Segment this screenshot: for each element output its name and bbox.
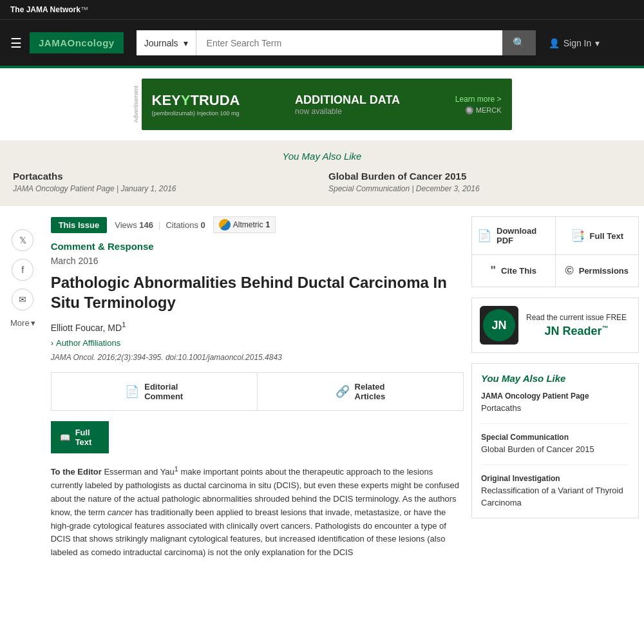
sidebar-item-type: Special Communication <box>481 433 629 442</box>
full-text-icon: 📑 <box>571 229 585 243</box>
you-may-also-like-bar: You May Also Like Portacaths JAMA Oncolo… <box>0 140 644 206</box>
related-articles-icon: 🔗 <box>336 384 350 399</box>
editorial-comment-button[interactable]: 📄 EditorialComment <box>52 373 258 410</box>
jn-logo: JN <box>483 309 515 341</box>
also-like-item[interactable]: Global Burden of Cancer 2015 Special Com… <box>328 171 631 193</box>
article-area: This Issue Views 146 | Citations 0 Altme… <box>43 216 471 560</box>
sidebar-item-title: Reclassification of a Variant of Thyroid… <box>481 485 629 508</box>
jn-read-free-label: Read the current issue FREE <box>526 313 627 322</box>
sidebar-also-like-item[interactable]: JAMA Oncology Patient Page Portacaths <box>481 392 629 424</box>
more-label: More <box>10 318 30 328</box>
article-citation: JAMA Oncol. 2016;2(3):394-395. doi:10.10… <box>51 353 464 362</box>
sidebar-item-title: Global Burden of Cancer 2015 <box>481 444 629 455</box>
sidebar-action-box: 📄 Download PDF 📑 Full Text " Cite This ©… <box>471 216 639 287</box>
cite-permissions-row: " Cite This © Permissions <box>472 255 638 287</box>
full-text-button[interactable]: 📖 Full Text <box>51 421 109 453</box>
ad-merck: 🔘 MERCK <box>465 106 502 115</box>
article-date: March 2016 <box>51 256 464 266</box>
email-share-button[interactable]: ✉ <box>12 289 33 310</box>
body-intro: To the Editor <box>51 467 102 477</box>
social-sidebar: 𝕏 f ✉ More ▾ <box>5 216 43 560</box>
author-affiliations-link[interactable]: › Author Affiliations <box>51 338 464 348</box>
sign-in-label: Sign In <box>564 38 592 48</box>
article-author: Elliott Foucar, MD1 <box>51 320 464 333</box>
ad-main-content: ADDITIONAL DATA now available <box>295 93 400 116</box>
views-count: 146 <box>139 220 153 230</box>
also-like-item-meta: Special Communication | December 3, 2016 <box>328 184 631 193</box>
twitter-icon: 𝕏 <box>19 235 26 245</box>
sidebar-also-like-item[interactable]: Special Communication Global Burden of C… <box>481 433 629 465</box>
full-text-icon: 📖 <box>60 433 70 442</box>
ad-generic-name: (pembrolizumab) Injection 100 mg <box>152 110 240 117</box>
citations-label: Citations 0 <box>166 220 205 230</box>
twitter-share-button[interactable]: 𝕏 <box>12 229 33 251</box>
chevron-down-icon: ▾ <box>184 38 188 48</box>
download-pdf-button[interactable]: 📄 Download PDF <box>472 217 556 254</box>
body-italic: cancer <box>108 507 133 517</box>
ad-right: Learn more > 🔘 MERCK <box>455 95 502 115</box>
jama-network-logo: The JAMA Network™ <box>10 5 88 14</box>
jn-reader-box[interactable]: JN Read the current issue FREE JN Reader… <box>471 298 639 353</box>
also-like-item-title: Portacaths <box>13 171 316 182</box>
permissions-button[interactable]: © Permissions <box>556 255 639 287</box>
cite-this-label: Cite This <box>501 266 536 276</box>
this-issue-badge[interactable]: This Issue <box>51 217 108 233</box>
ad-banner[interactable]: KEYYTRUDA (pembrolizumab) Injection 100 … <box>142 79 512 130</box>
body-text-start: Esserman and Yau <box>102 467 175 477</box>
sidebar-also-like-title: You May Also Like <box>481 373 629 384</box>
altmetric-value: 1 <box>265 220 270 229</box>
full-text-sidebar-button[interactable]: 📑 Full Text <box>556 217 639 254</box>
journal-dropdown[interactable]: Journals ▾ <box>137 30 196 55</box>
top-bar: The JAMA Network™ <box>0 0 644 19</box>
header: ☰ JAMAOncology Journals ▾ 🔍 👤 Sign In ▾ <box>0 19 644 66</box>
ad-brand: KEYYTRUDA (pembrolizumab) Injection 100 … <box>152 92 240 117</box>
user-icon: 👤 <box>549 38 560 48</box>
altmetric-icon <box>219 219 231 231</box>
cite-icon: " <box>491 264 497 278</box>
sign-in-button[interactable]: 👤 Sign In ▾ <box>549 38 600 48</box>
ad-label: Advertisement <box>133 86 139 123</box>
menu-icon[interactable]: ☰ <box>10 35 22 51</box>
sidebar-item-title: Portacaths <box>481 402 629 414</box>
search-input[interactable] <box>196 30 502 55</box>
site-logo[interactable]: JAMAOncology <box>30 32 124 53</box>
full-text-label: Full Text <box>75 428 100 447</box>
views-citations: Views 146 | Citations 0 <box>115 220 205 230</box>
altmetric-label: Altmetric <box>233 220 263 229</box>
pdf-icon: 📄 <box>477 229 491 243</box>
ad-subheadline: now available <box>295 107 400 116</box>
related-articles-button[interactable]: 🔗 RelatedArticles <box>258 373 463 410</box>
altmetric-badge[interactable]: Altmetric 1 <box>213 216 276 233</box>
right-sidebar: 📄 Download PDF 📑 Full Text " Cite This ©… <box>471 216 639 560</box>
full-text-sidebar-label: Full Text <box>590 231 623 241</box>
also-like-item-meta: JAMA Oncology Patient Page | January 1, … <box>13 184 316 193</box>
facebook-share-button[interactable]: f <box>12 259 33 281</box>
permissions-label: Permissions <box>579 266 629 276</box>
more-share-button[interactable]: More ▾ <box>10 318 35 328</box>
jn-reader-brand: JN Reader™ <box>526 325 627 338</box>
citations-count: 0 <box>201 220 205 230</box>
logo-jama: JAMA <box>39 37 68 48</box>
article-header-row: This Issue Views 146 | Citations 0 Altme… <box>51 216 464 233</box>
download-fulltext-row: 📄 Download PDF 📑 Full Text <box>472 217 638 255</box>
sidebar-item-type: JAMA Oncology Patient Page <box>481 392 629 401</box>
facebook-icon: f <box>21 265 24 275</box>
section-label: Comment & Response <box>51 241 464 252</box>
sidebar-also-like: You May Also Like JAMA Oncology Patient … <box>471 363 639 518</box>
ad-headline: ADDITIONAL DATA <box>295 93 400 107</box>
article-title: Pathologic Abnormalities Behind Ductal C… <box>51 272 464 312</box>
jn-reader-text: Read the current issue FREE JN Reader™ <box>526 313 627 338</box>
main-layout: 𝕏 f ✉ More ▾ This Issue Views 146 | Cita… <box>0 206 644 560</box>
sidebar-also-like-item[interactable]: Original Investigation Reclassification … <box>481 474 629 508</box>
search-button[interactable]: 🔍 <box>502 30 536 55</box>
sidebar-item-type: Original Investigation <box>481 474 629 483</box>
also-like-item[interactable]: Portacaths JAMA Oncology Patient Page | … <box>13 171 316 193</box>
ad-keytruda-text: KEYYTRUDA <box>152 92 240 109</box>
also-like-item-title: Global Burden of Cancer 2015 <box>328 171 631 182</box>
editorial-comment-icon: 📄 <box>125 384 139 399</box>
ad-learn-more[interactable]: Learn more > <box>455 95 502 104</box>
cite-this-button[interactable]: " Cite This <box>472 255 556 287</box>
also-like-title: You May Also Like <box>13 151 631 162</box>
affiliations-label: Author Affiliations <box>56 338 120 348</box>
email-icon: ✉ <box>19 294 26 305</box>
